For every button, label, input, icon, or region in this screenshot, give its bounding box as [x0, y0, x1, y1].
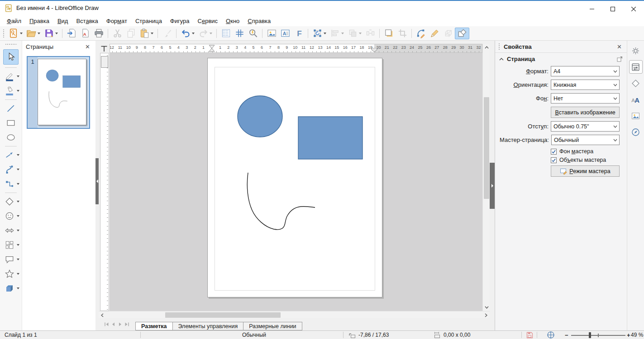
sidebar-splitter[interactable]	[490, 41, 495, 330]
minimize-button[interactable]	[582, 2, 602, 16]
vertical-scroll-thumb[interactable]	[484, 97, 489, 199]
menu-file[interactable]: Файл	[3, 16, 25, 26]
snap-guides-button[interactable]	[233, 28, 246, 39]
stars-tool[interactable]	[0, 267, 22, 281]
chevron-down-icon[interactable]	[611, 80, 619, 89]
dropdown-arrow-icon[interactable]	[38, 33, 40, 34]
shadow-button[interactable]	[382, 28, 396, 39]
lines-and-arrows-tool[interactable]	[0, 148, 22, 162]
format-combobox[interactable]: A4	[551, 66, 620, 76]
orientation-combobox[interactable]: Книжная	[551, 80, 620, 90]
page-thumbnail[interactable]: 1	[27, 56, 90, 129]
3d-objects-tool[interactable]	[0, 282, 22, 295]
sidebar-tab-properties[interactable]	[629, 60, 643, 74]
insert-image-button[interactable]: Вставить изображение	[551, 107, 620, 118]
zoom-button[interactable]	[246, 28, 260, 39]
select-tool[interactable]	[0, 48, 22, 66]
horizontal-ruler[interactable]: 1211109876543211234567891011121314151617…	[110, 44, 482, 53]
toolbar-grip[interactable]	[3, 29, 5, 38]
horizontal-scroll-thumb[interactable]	[165, 312, 281, 318]
vertical-ruler[interactable]	[100, 53, 109, 311]
chevron-down-icon[interactable]	[611, 94, 619, 103]
flowchart-tool[interactable]	[0, 238, 22, 252]
menu-help[interactable]: Справка	[243, 16, 275, 26]
sidebar-grip[interactable]	[498, 43, 501, 50]
menu-edit[interactable]: Правка	[25, 16, 53, 26]
master-slide-combobox[interactable]: Обычный	[551, 135, 620, 145]
insert-text-box-button[interactable]: A	[278, 28, 292, 39]
layout-name-status[interactable]: Обычный	[242, 331, 266, 339]
line-color-tool[interactable]	[0, 70, 22, 83]
dropdown-arrow-icon[interactable]	[324, 33, 326, 34]
pages-panel-close-icon[interactable]: ✕	[83, 42, 92, 51]
drawing-toolbar-grip[interactable]	[5, 43, 17, 46]
sidebar-close-icon[interactable]: ✕	[615, 42, 624, 51]
unsaved-changes-icon[interactable]	[526, 331, 533, 339]
insert-image-button[interactable]	[265, 28, 278, 39]
drawing-canvas[interactable]	[110, 53, 482, 311]
zoom-in-button[interactable]: +	[627, 331, 630, 339]
basic-shapes-tool[interactable]	[0, 195, 22, 208]
chevron-down-icon[interactable]	[611, 66, 619, 76]
dropdown-arrow-icon[interactable]	[17, 287, 19, 289]
dropdown-arrow-icon[interactable]	[17, 154, 19, 156]
menu-shape[interactable]: Фигура	[166, 16, 194, 26]
master-mode-button[interactable]: Режим мастера	[551, 165, 620, 177]
menu-view[interactable]: Вид	[53, 16, 72, 26]
paste-button[interactable]	[138, 28, 155, 39]
layer-tab-measure-lines[interactable]: Размерные линии	[243, 322, 302, 330]
dropdown-arrow-icon[interactable]	[151, 33, 153, 34]
background-combobox[interactable]: Нет	[551, 93, 620, 104]
menu-insert[interactable]: Вставка	[72, 16, 102, 26]
connectors-tool[interactable]	[0, 177, 22, 191]
scroll-right-icon[interactable]	[482, 311, 490, 319]
dropdown-arrow-icon[interactable]	[192, 33, 195, 34]
more-options-icon[interactable]	[617, 56, 623, 62]
dropdown-arrow-icon[interactable]	[20, 33, 23, 34]
ellipse-tool[interactable]	[0, 131, 22, 144]
fit-slide-icon[interactable]	[547, 331, 555, 339]
dropdown-arrow-icon[interactable]	[341, 33, 344, 34]
dropdown-arrow-icon[interactable]	[17, 75, 19, 77]
left-panel-splitter[interactable]	[95, 41, 99, 330]
document-page[interactable]	[207, 58, 382, 297]
rectangle-tool[interactable]	[0, 116, 22, 130]
show-gluepoints-button[interactable]	[428, 28, 441, 39]
curves-and-polygons-tool[interactable]	[0, 163, 22, 176]
dropdown-arrow-icon[interactable]	[359, 33, 362, 34]
display-grid-button[interactable]	[219, 28, 233, 39]
fill-color-tool[interactable]	[0, 84, 22, 98]
sidebar-tab-navigator[interactable]	[629, 125, 643, 139]
zoom-out-button[interactable]: −	[565, 331, 568, 339]
sidebar-tab-sidebar-settings[interactable]	[629, 44, 643, 57]
export-button[interactable]	[65, 28, 78, 39]
symbol-shapes-tool[interactable]	[0, 209, 22, 223]
chevron-down-icon[interactable]	[611, 122, 619, 131]
dropdown-arrow-icon[interactable]	[17, 169, 19, 170]
menu-tools[interactable]: Сервис	[194, 16, 222, 26]
dropdown-arrow-icon[interactable]	[17, 90, 19, 92]
menu-format[interactable]: Формат	[102, 16, 131, 26]
zoom-slider-thumb[interactable]	[589, 332, 591, 338]
menu-page[interactable]: Страница	[131, 16, 166, 26]
dropdown-arrow-icon[interactable]	[17, 259, 19, 260]
show-draw-functions-button[interactable]	[455, 28, 469, 39]
dropdown-arrow-icon[interactable]	[210, 33, 212, 34]
close-button[interactable]	[623, 2, 644, 16]
menu-window[interactable]: Окно	[222, 16, 243, 26]
layer-tab-controls[interactable]: Элементы управления	[172, 322, 244, 330]
scroll-up-icon[interactable]	[483, 44, 490, 51]
dropdown-arrow-icon[interactable]	[17, 244, 19, 246]
open-button[interactable]	[24, 28, 42, 39]
save-button[interactable]	[42, 28, 60, 39]
master-objects-checkbox[interactable]	[551, 157, 557, 163]
undo-button[interactable]	[179, 28, 196, 39]
dropdown-arrow-icon[interactable]	[17, 273, 19, 275]
edit-points-button[interactable]	[414, 28, 428, 39]
transformations-button[interactable]	[310, 28, 328, 39]
dropdown-arrow-icon[interactable]	[17, 201, 19, 202]
fontwork-button[interactable]: F	[292, 28, 305, 39]
export-pdf-button[interactable]: A	[78, 28, 92, 39]
sidebar-tab-gallery[interactable]	[629, 109, 643, 122]
scroll-down-icon[interactable]	[483, 304, 490, 311]
